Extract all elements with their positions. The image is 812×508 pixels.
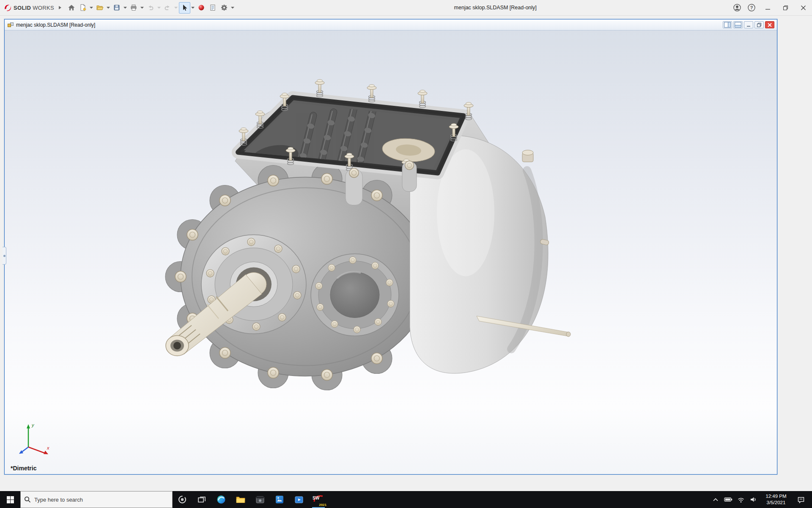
titlebar-right: ? bbox=[730, 0, 812, 16]
y-axis-label: y bbox=[31, 422, 35, 428]
options-dropdown[interactable] bbox=[230, 2, 236, 14]
file-explorer-button[interactable] bbox=[231, 491, 250, 508]
right-pane-icon bbox=[724, 22, 731, 28]
network-button[interactable] bbox=[735, 491, 747, 508]
clock-time: 12:49 PM bbox=[760, 493, 792, 500]
app-button-media[interactable] bbox=[289, 491, 309, 508]
media-app-icon bbox=[294, 495, 304, 505]
chevron-down-icon bbox=[231, 6, 234, 9]
cortana-button[interactable] bbox=[173, 491, 192, 508]
select-tool-button[interactable] bbox=[179, 2, 190, 14]
workspace: menjac sklop.SLDASM [Read-only] bbox=[0, 16, 812, 491]
save-button[interactable] bbox=[111, 2, 123, 14]
search-icon bbox=[24, 496, 31, 503]
gearbox-model bbox=[5, 30, 777, 474]
orientation-triad: y x bbox=[14, 421, 52, 459]
toolbar bbox=[66, 2, 236, 14]
chevron-down-icon bbox=[157, 6, 161, 9]
battery-icon bbox=[724, 496, 732, 503]
titlebar-left: SOLIDWORKS bbox=[0, 2, 236, 14]
tray-expand-button[interactable] bbox=[710, 491, 721, 508]
document-minimize-button[interactable] bbox=[744, 21, 753, 28]
menu-expand-button[interactable] bbox=[57, 6, 63, 10]
redo-dropdown[interactable] bbox=[173, 2, 179, 14]
redo-icon bbox=[164, 4, 171, 11]
task-view-button[interactable] bbox=[192, 491, 211, 508]
graphics-viewport[interactable]: y x *Dimetric bbox=[5, 30, 777, 474]
document-window: menjac sklop.SLDASM [Read-only] bbox=[4, 19, 777, 475]
task-view-icon bbox=[197, 495, 206, 504]
logo-text-works: WORKS bbox=[33, 5, 54, 11]
chevron-down-icon bbox=[174, 6, 178, 9]
home-icon bbox=[68, 4, 75, 11]
solidworks-logo[interactable]: SOLIDWORKS bbox=[3, 3, 54, 12]
x-axis-icon bbox=[28, 447, 44, 453]
screen: SOLIDWORKS bbox=[0, 0, 812, 508]
start-button[interactable] bbox=[0, 491, 20, 508]
chevron-down-icon bbox=[191, 6, 195, 9]
undo-button[interactable] bbox=[145, 2, 156, 14]
redo-button[interactable] bbox=[162, 2, 173, 14]
collapsed-panel-tab[interactable] bbox=[3, 247, 6, 265]
chevron-down-icon bbox=[123, 6, 127, 9]
notification-icon bbox=[797, 496, 805, 503]
taskbar-clock[interactable]: 12:49 PM 3/5/2021 bbox=[760, 493, 792, 506]
maximize-button[interactable] bbox=[776, 0, 794, 16]
document-close-button[interactable] bbox=[765, 21, 774, 28]
red-sphere-icon bbox=[198, 4, 205, 11]
print-button[interactable] bbox=[128, 2, 140, 14]
edge-browser-button[interactable] bbox=[211, 491, 231, 508]
restore-icon bbox=[783, 6, 788, 10]
new-document-button[interactable] bbox=[77, 2, 89, 14]
logo-text-solid: SOLID bbox=[14, 5, 31, 11]
volume-button[interactable] bbox=[748, 491, 760, 508]
print-icon bbox=[130, 4, 137, 11]
solidworks-app-button[interactable]: SW 2021 bbox=[309, 491, 328, 508]
undo-dropdown[interactable] bbox=[156, 2, 162, 14]
bottom-pane-toggle-button[interactable] bbox=[733, 21, 743, 28]
new-document-dropdown[interactable] bbox=[89, 2, 94, 14]
right-pane-toggle-button[interactable] bbox=[723, 21, 732, 28]
print-dropdown[interactable] bbox=[140, 2, 145, 14]
speaker-icon bbox=[750, 496, 757, 503]
home-button[interactable] bbox=[66, 2, 77, 14]
solidworks-year-badge: 2021 bbox=[319, 503, 326, 507]
solidworks-initials: SW bbox=[313, 496, 319, 500]
solidworks-ds-icon bbox=[3, 3, 12, 12]
system-tray: 12:49 PM 3/5/2021 bbox=[710, 491, 812, 508]
taskbar-search[interactable] bbox=[20, 491, 173, 508]
options-button[interactable] bbox=[219, 2, 230, 14]
app-button-dark[interactable] bbox=[250, 491, 270, 508]
save-icon bbox=[113, 4, 121, 11]
app-titlebar: SOLIDWORKS bbox=[0, 0, 812, 16]
minimize-icon bbox=[746, 23, 751, 27]
notification-center-button[interactable] bbox=[793, 491, 809, 508]
open-dropdown[interactable] bbox=[106, 2, 111, 14]
battery-button[interactable] bbox=[722, 491, 734, 508]
undo-icon bbox=[147, 4, 154, 11]
search-input[interactable] bbox=[34, 497, 169, 503]
close-button[interactable] bbox=[794, 0, 812, 16]
select-tool-dropdown[interactable] bbox=[190, 2, 196, 14]
account-icon bbox=[733, 3, 741, 12]
select-arrow-icon bbox=[181, 4, 188, 11]
appearances-button[interactable] bbox=[196, 2, 207, 14]
help-button[interactable]: ? bbox=[744, 0, 759, 16]
minimize-button[interactable] bbox=[759, 0, 776, 16]
save-dropdown[interactable] bbox=[123, 2, 128, 14]
chevron-down-icon bbox=[107, 6, 110, 9]
new-document-icon bbox=[79, 4, 87, 11]
x-axis-label: x bbox=[47, 445, 49, 450]
account-button[interactable] bbox=[730, 0, 744, 16]
cortana-icon bbox=[178, 495, 187, 504]
document-titlebar: menjac sklop.SLDASM [Read-only] bbox=[5, 19, 777, 30]
z-axis-icon bbox=[22, 447, 28, 452]
open-button[interactable] bbox=[94, 2, 106, 14]
app-button-photos[interactable] bbox=[270, 491, 289, 508]
open-folder-icon bbox=[96, 4, 104, 11]
close-icon bbox=[768, 23, 772, 27]
file-properties-button[interactable] bbox=[207, 2, 219, 14]
document-window-controls bbox=[723, 21, 775, 28]
document-restore-button[interactable] bbox=[754, 21, 764, 28]
panel-tab-dot-icon bbox=[3, 255, 5, 257]
